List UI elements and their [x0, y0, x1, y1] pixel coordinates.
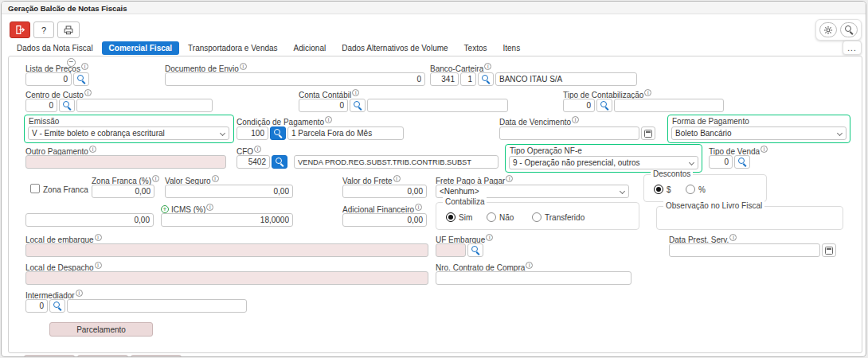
- radio-label: Não: [499, 213, 514, 222]
- tab-itens[interactable]: Itens: [496, 41, 528, 55]
- selected-value: V - Emite boleto e cobrança escritural: [32, 129, 165, 138]
- carteira-input[interactable]: [460, 72, 476, 86]
- toolbar-right-group: [815, 19, 862, 41]
- tab-dados-alternativos-de-volume[interactable]: Dados Alternativos de Volume: [334, 41, 455, 55]
- icms-input[interactable]: [161, 213, 293, 227]
- conta-contabil-search-button[interactable]: [350, 99, 366, 112]
- data-vencimento-label: Data de Vencimento: [499, 118, 579, 126]
- tab-bar: Dados da Nota Fiscal Comercial Fiscal Tr…: [10, 41, 527, 56]
- unlabeled-amount-input[interactable]: [25, 213, 154, 227]
- cutoff-button[interactable]: [131, 355, 182, 357]
- zona-franca-checkbox[interactable]: [30, 184, 40, 193]
- tipo-operacao-nfe-select[interactable]: 9 - Operação não presencial, outros: [509, 156, 698, 169]
- centro-custo-search-button[interactable]: [59, 99, 75, 112]
- tab-comercial-fiscal[interactable]: Comercial Fiscal: [102, 41, 179, 55]
- valor-seguro-input[interactable]: [165, 185, 293, 198]
- tab-dados-da-nota-fiscal[interactable]: Dados da Nota Fiscal: [10, 41, 100, 55]
- plus-icon[interactable]: [161, 205, 169, 213]
- contabiliza-radio-nao[interactable]: [487, 212, 496, 222]
- observacao-livro-group: Observação no Livro Fiscal: [656, 206, 843, 230]
- radio-label: Sim: [459, 213, 472, 222]
- search-icon: [845, 25, 854, 34]
- label-text: Zona Franca: [43, 185, 88, 194]
- info-icon: [81, 63, 88, 70]
- info-icon: [415, 204, 422, 211]
- radio-label: Transferido: [545, 213, 585, 222]
- lista-precos-search-button[interactable]: [73, 72, 89, 86]
- contabiliza-radio-transferido[interactable]: [532, 212, 542, 222]
- frete-pago-select[interactable]: <Nenhum>: [436, 185, 629, 198]
- tipo-venda-input[interactable]: [709, 155, 733, 169]
- radio-label: %: [698, 185, 706, 194]
- more-tabs-button[interactable]: ...: [843, 41, 862, 55]
- forma-pagamento-select[interactable]: Boleto Bancário: [671, 126, 846, 140]
- chevron-down-icon: [620, 189, 625, 194]
- condicao-pagamento-label: Condição de Pagamento: [237, 118, 332, 126]
- local-embarque-field: [25, 243, 428, 257]
- selected-value: Boleto Bancário: [675, 129, 732, 138]
- conta-contabil-input[interactable]: [299, 99, 348, 112]
- label-text: Condição de Pagamento: [237, 118, 324, 126]
- tab-textos[interactable]: Textos: [457, 41, 495, 55]
- info-icon: [95, 234, 102, 241]
- data-prest-serv-input[interactable]: [669, 243, 820, 257]
- descontos-legend: Descontos: [651, 169, 693, 178]
- centro-custo-input[interactable]: [25, 99, 57, 112]
- local-despacho-field: [25, 271, 428, 285]
- data-vencimento-calendar-button[interactable]: [641, 126, 655, 140]
- contabiliza-radio-sim[interactable]: [446, 212, 456, 222]
- info-icon: [760, 146, 768, 153]
- valor-frete-input[interactable]: [342, 185, 427, 198]
- zona-franca-pct-input[interactable]: [92, 185, 154, 198]
- lista-precos-input[interactable]: [25, 72, 72, 86]
- info-icon: [352, 89, 359, 96]
- intermediador-search-button[interactable]: [49, 299, 65, 313]
- tipo-venda-search-button[interactable]: [734, 155, 750, 169]
- cfo-search-button[interactable]: [272, 155, 287, 169]
- cfo-input[interactable]: [237, 155, 270, 169]
- info-icon: [644, 89, 651, 96]
- adicional-financeiro-input[interactable]: [342, 213, 427, 227]
- observacao-livro-legend: Observação no Livro Fiscal: [663, 201, 764, 210]
- info-icon: [506, 175, 513, 182]
- help-button[interactable]: ?: [33, 21, 54, 38]
- parcelamento-button[interactable]: Parcelamento: [49, 322, 153, 337]
- calendar-icon: [644, 130, 652, 138]
- data-prest-serv-calendar-button[interactable]: [822, 243, 836, 257]
- cutoff-button[interactable]: [24, 355, 75, 357]
- descontos-radio-percent[interactable]: [686, 185, 695, 194]
- documento-envio-input[interactable]: [165, 72, 425, 86]
- exit-button[interactable]: [10, 21, 30, 38]
- banco-input[interactable]: [430, 72, 459, 86]
- condicao-pagamento-search-button[interactable]: [270, 126, 286, 140]
- tipo-contabilizacao-input[interactable]: [563, 99, 595, 112]
- global-search-button[interactable]: [840, 22, 858, 37]
- selected-value: 9 - Operação não presencial, outros: [513, 158, 640, 167]
- info-icon: [393, 175, 401, 182]
- intermediador-input[interactable]: [25, 299, 48, 313]
- tipo-contabilizacao-search-button[interactable]: [596, 99, 612, 112]
- info-icon: [486, 234, 493, 241]
- emissao-label: Emissão: [29, 117, 59, 126]
- descontos-radio-dollar[interactable]: [654, 185, 663, 194]
- tipo-operacao-nfe-label: Tipo Operação NF-e: [510, 146, 582, 155]
- info-icon: [84, 89, 92, 96]
- tab-adicional[interactable]: Adicional: [287, 41, 334, 55]
- settings-button[interactable]: [819, 22, 837, 37]
- uf-embarque-search-button[interactable]: [467, 243, 483, 257]
- chevron-down-icon: [837, 130, 843, 136]
- banco-search-button[interactable]: [478, 72, 494, 86]
- centro-custo-desc-field: [76, 99, 213, 112]
- search-icon: [274, 129, 283, 138]
- search-icon: [600, 101, 609, 110]
- contabiliza-legend: Contabiliza: [443, 197, 487, 206]
- cutoff-button[interactable]: [77, 355, 128, 357]
- condicao-pagamento-input[interactable]: [237, 126, 268, 140]
- print-button[interactable]: [57, 21, 80, 38]
- search-icon: [276, 158, 284, 166]
- tab-transportadora-e-vendas[interactable]: Transportadora e Vendas: [181, 41, 284, 55]
- nro-contrato-compra-input[interactable]: [436, 271, 631, 285]
- emissao-select[interactable]: V - Emite boleto e cobrança escritural: [28, 126, 229, 140]
- data-vencimento-input[interactable]: [499, 126, 639, 140]
- chevron-down-icon: [689, 160, 694, 165]
